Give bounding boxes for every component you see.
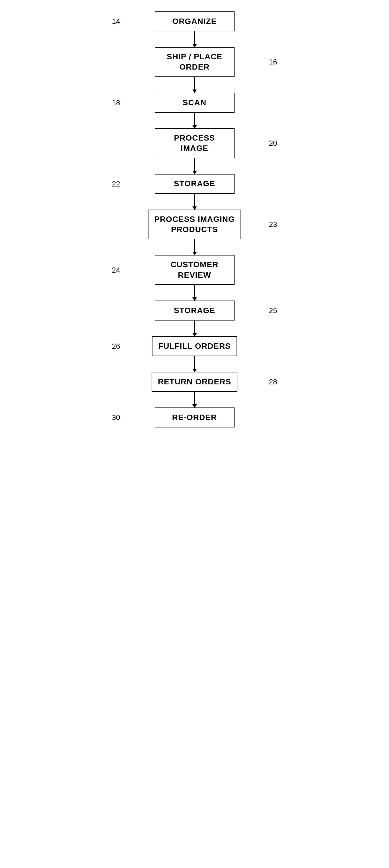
label-30: 30 [112, 413, 120, 422]
connector-9 [194, 356, 195, 372]
diagram-container: 14 ORGANIZE SHIP / PLACEORDER 16 18 SCAN… [95, 11, 294, 428]
connector-2 [194, 77, 195, 93]
label-22: 22 [112, 179, 120, 188]
connector-4 [194, 158, 195, 174]
connector-8 [194, 320, 195, 336]
step-row-ship: SHIP / PLACEORDER 16 [95, 47, 294, 77]
box-storage2-text: STORAGE [174, 305, 215, 316]
step-row-fulfill: 26 FULFILL ORDERS [95, 336, 294, 356]
box-customer-review-text: CUSTOMERREVIEW [171, 259, 219, 280]
box-storage2: STORAGE [155, 301, 234, 320]
box-storage1-text: STORAGE [174, 179, 215, 189]
box-customer-review: CUSTOMERREVIEW [155, 255, 234, 285]
label-24: 24 [112, 266, 120, 274]
box-fulfill-text: FULFILL ORDERS [158, 341, 231, 351]
label-26: 26 [112, 342, 120, 351]
box-process-imaging-text: PROCESS IMAGINGPRODUCTS [154, 214, 235, 235]
label-16: 16 [269, 58, 277, 66]
connector-6 [194, 239, 195, 255]
label-18: 18 [112, 98, 120, 107]
step-row-process-imaging: PROCESS IMAGINGPRODUCTS 23 [95, 210, 294, 240]
label-25: 25 [269, 306, 277, 315]
label-20: 20 [269, 139, 277, 148]
box-storage1: STORAGE [155, 174, 234, 194]
box-ship-text: SHIP / PLACEORDER [167, 52, 222, 72]
step-row-process-image: PROCESSIMAGE 20 [95, 128, 294, 158]
box-organize: ORGANIZE [155, 11, 234, 31]
step-row-customer-review: 24 CUSTOMERREVIEW [95, 255, 294, 285]
box-scan: SCAN [155, 93, 234, 113]
box-reorder: RE-ORDER [155, 407, 234, 428]
step-row-reorder: 30 RE-ORDER [95, 407, 294, 428]
label-14: 14 [112, 17, 120, 26]
box-return-text: RETURN ORDERS [158, 377, 231, 387]
box-reorder-text: RE-ORDER [172, 412, 217, 423]
connector-1 [194, 31, 195, 47]
box-scan-text: SCAN [183, 97, 206, 108]
step-row-storage2: STORAGE 25 [95, 301, 294, 320]
step-row-return: RETURN ORDERS 28 [95, 372, 294, 392]
connector-10 [194, 392, 195, 407]
label-28: 28 [269, 377, 277, 386]
box-organize-text: ORGANIZE [172, 16, 217, 27]
connector-3 [194, 113, 195, 128]
step-row-scan: 18 SCAN [95, 93, 294, 113]
box-process-imaging: PROCESS IMAGINGPRODUCTS [148, 210, 241, 240]
label-23: 23 [269, 220, 277, 229]
connector-5 [194, 194, 195, 210]
box-process-image: PROCESSIMAGE [155, 128, 234, 158]
step-row-storage1: 22 STORAGE [95, 174, 294, 194]
box-ship: SHIP / PLACEORDER [155, 47, 234, 77]
box-return: RETURN ORDERS [152, 372, 237, 392]
box-process-image-text: PROCESSIMAGE [174, 133, 215, 154]
step-row-organize: 14 ORGANIZE [95, 11, 294, 31]
box-fulfill: FULFILL ORDERS [152, 336, 237, 356]
connector-7 [194, 285, 195, 301]
